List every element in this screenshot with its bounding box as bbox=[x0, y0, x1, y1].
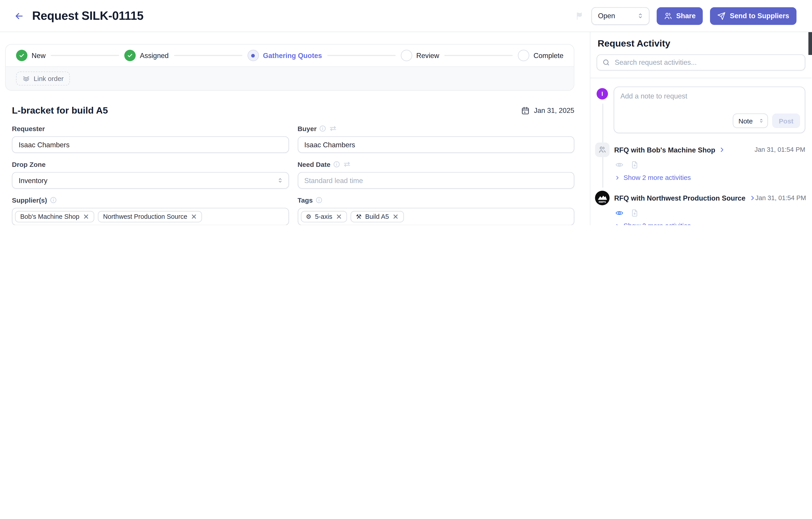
suppliers-field: Supplier(s) Bob's Machine Shop✕ Northwes… bbox=[12, 196, 289, 225]
step-pending-circle-icon bbox=[401, 50, 412, 61]
step-label: Review bbox=[416, 52, 439, 59]
send-to-suppliers-button[interactable]: Send to Suppliers bbox=[710, 7, 796, 25]
request-date-value: Jan 31, 2025 bbox=[534, 107, 574, 115]
info-icon[interactable] bbox=[319, 125, 326, 132]
requester-input[interactable] bbox=[12, 136, 289, 153]
supplier-chip[interactable]: Northwest Production Source✕ bbox=[98, 211, 202, 222]
tag-chip[interactable]: ⚙5-axis✕ bbox=[301, 211, 347, 222]
link-order-button[interactable]: Link order bbox=[16, 72, 70, 85]
file-download-icon[interactable] bbox=[631, 209, 639, 217]
chevron-right-icon[interactable] bbox=[719, 146, 725, 153]
eye-icon-active[interactable] bbox=[615, 209, 624, 217]
eye-icon[interactable] bbox=[615, 161, 624, 169]
activity-time: Jan 31, 01:54 PM bbox=[754, 146, 805, 153]
swap-icon[interactable] bbox=[329, 126, 337, 132]
suppliers-label: Supplier(s) bbox=[12, 196, 47, 204]
post-button[interactable]: Post bbox=[772, 114, 800, 128]
back-button[interactable] bbox=[12, 9, 26, 23]
tag-chip[interactable]: ⚒Build A5✕ bbox=[351, 211, 404, 222]
activity-actions bbox=[615, 209, 805, 217]
show-more-label: Show 2 more activities bbox=[624, 222, 691, 225]
note-input[interactable] bbox=[614, 87, 805, 115]
remove-icon[interactable]: ✕ bbox=[83, 213, 89, 220]
remove-icon[interactable]: ✕ bbox=[393, 213, 399, 220]
supplier-logo-avatar: NWPS bbox=[595, 191, 610, 205]
step-label: Assigned bbox=[140, 52, 169, 59]
gear-icon: ⚙ bbox=[306, 213, 311, 220]
suppliers-chipbox[interactable]: Bob's Machine Shop✕ Northwest Production… bbox=[12, 208, 289, 225]
supplier-avatar-users-icon bbox=[595, 142, 610, 157]
chevron-updown-icon bbox=[277, 177, 283, 184]
step-label: New bbox=[32, 52, 46, 59]
step-complete: Complete bbox=[518, 50, 563, 61]
file-download-icon[interactable] bbox=[631, 161, 639, 169]
send-button-label: Send to Suppliers bbox=[730, 12, 789, 20]
chevron-right-icon bbox=[615, 175, 620, 180]
activity-heading: Request Activity bbox=[598, 38, 805, 49]
status-select[interactable]: Open bbox=[591, 7, 649, 25]
share-button-label: Share bbox=[676, 12, 696, 20]
activity-item-header[interactable]: RFQ with Bob's Machine Shop Jan 31, 01:5… bbox=[597, 142, 805, 157]
status-select-value: Open bbox=[598, 12, 615, 20]
step-connector bbox=[174, 55, 242, 56]
step-new: New bbox=[16, 50, 46, 61]
step-connector bbox=[327, 55, 396, 56]
activity-item: NWPS RFQ with Northwest Production Sourc… bbox=[597, 191, 805, 225]
step-done-check-icon bbox=[16, 50, 27, 61]
top-bar: Request SILK-01115 Open Share Send to Su… bbox=[0, 0, 812, 32]
requester-field: Requester bbox=[12, 125, 289, 153]
step-connector bbox=[444, 55, 513, 56]
top-bar-actions: Open Share Send to Suppliers bbox=[575, 7, 796, 25]
send-icon bbox=[717, 12, 726, 20]
arrow-left-icon bbox=[14, 10, 24, 21]
scrollbar-thumb[interactable] bbox=[808, 32, 812, 55]
chevron-updown-icon bbox=[637, 12, 643, 20]
activity-search-input[interactable] bbox=[597, 54, 805, 71]
drop-zone-label: Drop Zone bbox=[12, 160, 46, 168]
buyer-label: Buyer bbox=[297, 125, 317, 132]
info-icon[interactable] bbox=[333, 161, 340, 168]
layers-icon bbox=[22, 75, 30, 83]
step-pending-circle-icon bbox=[518, 50, 529, 61]
show-more-label: Show 2 more activities bbox=[624, 173, 691, 182]
page-scrollbar[interactable] bbox=[808, 32, 812, 225]
activity-title: RFQ with Bob's Machine Shop bbox=[614, 146, 715, 154]
buyer-field: Buyer bbox=[297, 125, 574, 153]
show-more-activities[interactable]: Show 2 more activities bbox=[615, 173, 805, 182]
buyer-input[interactable] bbox=[297, 136, 574, 153]
chevron-right-icon[interactable] bbox=[749, 195, 755, 201]
remove-icon[interactable]: ✕ bbox=[191, 213, 197, 220]
remove-icon[interactable]: ✕ bbox=[336, 213, 342, 220]
request-form: Requester Buyer Drop Zone bbox=[12, 125, 574, 225]
page-title: Request SILK-01115 bbox=[32, 9, 144, 23]
activity-item-header[interactable]: NWPS RFQ with Northwest Production Sourc… bbox=[597, 191, 805, 205]
flag-icon[interactable] bbox=[575, 10, 584, 21]
requester-label: Requester bbox=[12, 125, 45, 132]
need-date-input[interactable] bbox=[297, 172, 574, 189]
activity-search bbox=[597, 54, 805, 71]
show-more-activities[interactable]: Show 2 more activities bbox=[615, 222, 805, 225]
supplier-logo-text: NWPS bbox=[599, 200, 606, 203]
drop-zone-select[interactable]: Inventory bbox=[12, 172, 289, 189]
share-button[interactable]: Share bbox=[657, 7, 703, 25]
drop-zone-value: Inventory bbox=[19, 176, 48, 184]
activity-sidebar: Request Activity I Note bbox=[590, 32, 812, 225]
tags-label: Tags bbox=[297, 196, 313, 204]
activity-actions bbox=[615, 161, 805, 169]
supplier-chip[interactable]: Bob's Machine Shop✕ bbox=[15, 211, 94, 222]
supplier-chip-label: Bob's Machine Shop bbox=[20, 213, 79, 220]
user-avatar: I bbox=[597, 88, 608, 100]
note-type-select[interactable]: Note bbox=[733, 114, 768, 128]
tools-icon: ⚒ bbox=[356, 213, 361, 220]
need-date-field: Need Date bbox=[297, 160, 574, 189]
info-icon[interactable] bbox=[50, 196, 57, 204]
step-review: Review bbox=[401, 50, 439, 61]
info-icon[interactable] bbox=[315, 196, 322, 204]
need-date-label: Need Date bbox=[297, 160, 330, 168]
tags-chipbox[interactable]: ⚙5-axis✕ ⚒Build A5✕ bbox=[297, 208, 574, 225]
request-header: L-bracket for build A5 Jan 31, 2025 bbox=[12, 105, 574, 116]
swap-icon[interactable] bbox=[343, 161, 351, 167]
request-detail-page: Request SILK-01115 Open Share Send to Su… bbox=[0, 0, 812, 225]
calendar-icon bbox=[521, 106, 530, 115]
link-order-label: Link order bbox=[34, 75, 64, 83]
